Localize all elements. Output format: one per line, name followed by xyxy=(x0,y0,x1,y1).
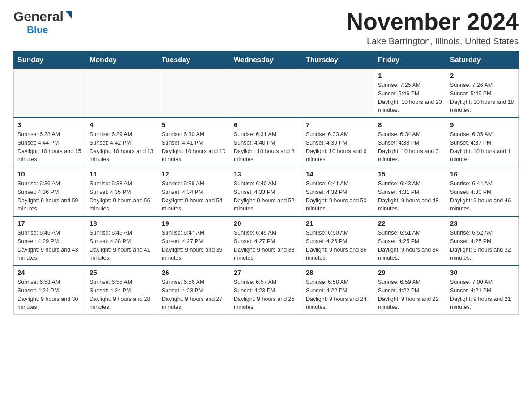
day-info: Sunrise: 6:28 AMSunset: 4:44 PMDaylight:… xyxy=(17,130,82,164)
day-number: 17 xyxy=(17,219,82,227)
calendar-cell-w2-d6: 8Sunrise: 6:34 AMSunset: 4:38 PMDaylight… xyxy=(374,118,446,167)
calendar-cell-w1-d6: 1Sunrise: 7:25 AMSunset: 5:46 PMDaylight… xyxy=(374,69,446,118)
day-number: 23 xyxy=(450,219,515,227)
day-number: 24 xyxy=(17,269,82,276)
calendar-cell-w5-d6: 29Sunrise: 6:59 AMSunset: 4:22 PMDayligh… xyxy=(374,265,446,315)
calendar-cell-w5-d5: 28Sunrise: 6:58 AMSunset: 4:22 PMDayligh… xyxy=(302,265,374,315)
calendar-cell-w1-d1 xyxy=(14,69,86,118)
day-info: Sunrise: 6:36 AMSunset: 4:36 PMDaylight:… xyxy=(17,180,82,213)
day-info: Sunrise: 6:55 AMSunset: 4:24 PMDaylight:… xyxy=(90,278,154,312)
calendar-cell-w5-d4: 27Sunrise: 6:57 AMSunset: 4:23 PMDayligh… xyxy=(230,265,302,315)
calendar-table: Sunday Monday Tuesday Wednesday Thursday… xyxy=(13,51,519,315)
calendar-cell-w3-d2: 11Sunrise: 6:38 AMSunset: 4:35 PMDayligh… xyxy=(86,167,158,216)
day-number: 29 xyxy=(378,269,442,276)
day-number: 6 xyxy=(234,121,298,128)
day-number: 12 xyxy=(162,170,226,178)
header-friday: Friday xyxy=(374,51,446,69)
calendar-cell-w2-d1: 3Sunrise: 6:28 AMSunset: 4:44 PMDaylight… xyxy=(14,118,86,167)
calendar-cell-w5-d7: 30Sunrise: 7:00 AMSunset: 4:21 PMDayligh… xyxy=(446,265,519,315)
day-number: 28 xyxy=(306,269,370,276)
calendar-cell-w3-d7: 16Sunrise: 6:44 AMSunset: 4:30 PMDayligh… xyxy=(446,167,519,216)
day-info: Sunrise: 6:50 AMSunset: 4:26 PMDaylight:… xyxy=(306,229,370,262)
calendar-cell-w4-d4: 20Sunrise: 6:49 AMSunset: 4:27 PMDayligh… xyxy=(230,216,302,265)
calendar-cell-w4-d6: 22Sunrise: 6:51 AMSunset: 4:25 PMDayligh… xyxy=(374,216,446,265)
header-saturday: Saturday xyxy=(446,51,519,69)
day-info: Sunrise: 7:00 AMSunset: 4:21 PMDaylight:… xyxy=(450,278,515,312)
day-number: 3 xyxy=(17,121,82,128)
day-info: Sunrise: 6:56 AMSunset: 4:23 PMDaylight:… xyxy=(162,278,226,312)
logo-arrow-icon xyxy=(65,11,72,19)
day-info: Sunrise: 6:30 AMSunset: 4:41 PMDaylight:… xyxy=(162,130,226,164)
calendar-cell-w3-d5: 14Sunrise: 6:41 AMSunset: 4:32 PMDayligh… xyxy=(302,167,374,216)
logo: General Blue xyxy=(13,9,72,36)
day-info: Sunrise: 7:26 AMSunset: 5:45 PMDaylight:… xyxy=(450,81,515,115)
day-number: 16 xyxy=(450,170,515,178)
logo-blue-text: Blue xyxy=(27,24,48,36)
day-info: Sunrise: 6:31 AMSunset: 4:40 PMDaylight:… xyxy=(234,130,298,164)
calendar-location: Lake Barrington, Illinois, United States xyxy=(347,36,519,47)
calendar-title: November 2024 xyxy=(347,9,519,34)
calendar-week-3: 10Sunrise: 6:36 AMSunset: 4:36 PMDayligh… xyxy=(14,167,519,216)
day-number: 7 xyxy=(306,121,370,128)
calendar-cell-w2-d5: 7Sunrise: 6:33 AMSunset: 4:39 PMDaylight… xyxy=(302,118,374,167)
calendar-cell-w1-d5 xyxy=(302,69,374,118)
day-info: Sunrise: 6:45 AMSunset: 4:29 PMDaylight:… xyxy=(17,229,82,262)
calendar-cell-w3-d6: 15Sunrise: 6:43 AMSunset: 4:31 PMDayligh… xyxy=(374,167,446,216)
day-number: 18 xyxy=(90,219,154,227)
day-info: Sunrise: 6:40 AMSunset: 4:33 PMDaylight:… xyxy=(234,180,298,213)
day-number: 5 xyxy=(162,121,226,128)
day-number: 4 xyxy=(90,121,154,128)
day-info: Sunrise: 6:47 AMSunset: 4:27 PMDaylight:… xyxy=(162,229,226,262)
day-info: Sunrise: 6:43 AMSunset: 4:31 PMDaylight:… xyxy=(378,180,442,213)
day-info: Sunrise: 6:44 AMSunset: 4:30 PMDaylight:… xyxy=(450,180,515,213)
calendar-cell-w2-d7: 9Sunrise: 6:35 AMSunset: 4:37 PMDaylight… xyxy=(446,118,519,167)
calendar-cell-w5-d2: 25Sunrise: 6:55 AMSunset: 4:24 PMDayligh… xyxy=(86,265,158,315)
day-number: 22 xyxy=(378,219,442,227)
day-number: 11 xyxy=(90,170,154,178)
calendar-cell-w1-d7: 2Sunrise: 7:26 AMSunset: 5:45 PMDaylight… xyxy=(446,69,519,118)
calendar-cell-w2-d4: 6Sunrise: 6:31 AMSunset: 4:40 PMDaylight… xyxy=(230,118,302,167)
calendar-cell-w1-d2 xyxy=(86,69,158,118)
day-info: Sunrise: 6:53 AMSunset: 4:24 PMDaylight:… xyxy=(17,278,82,312)
calendar-cell-w2-d3: 5Sunrise: 6:30 AMSunset: 4:41 PMDaylight… xyxy=(158,118,230,167)
day-info: Sunrise: 6:49 AMSunset: 4:27 PMDaylight:… xyxy=(234,229,298,262)
day-number: 30 xyxy=(450,269,515,276)
day-number: 26 xyxy=(162,269,226,276)
day-number: 1 xyxy=(378,72,442,79)
calendar-cell-w5-d1: 24Sunrise: 6:53 AMSunset: 4:24 PMDayligh… xyxy=(14,265,86,315)
header-wednesday: Wednesday xyxy=(230,51,302,69)
day-info: Sunrise: 6:34 AMSunset: 4:38 PMDaylight:… xyxy=(378,130,442,164)
day-info: Sunrise: 6:59 AMSunset: 4:22 PMDaylight:… xyxy=(378,278,442,312)
day-info: Sunrise: 6:35 AMSunset: 4:37 PMDaylight:… xyxy=(450,130,515,164)
day-number: 9 xyxy=(450,121,515,128)
calendar-cell-w3-d3: 12Sunrise: 6:39 AMSunset: 4:34 PMDayligh… xyxy=(158,167,230,216)
calendar-cell-w1-d3 xyxy=(158,69,230,118)
day-info: Sunrise: 6:38 AMSunset: 4:35 PMDaylight:… xyxy=(90,180,154,213)
day-number: 25 xyxy=(90,269,154,276)
calendar-week-2: 3Sunrise: 6:28 AMSunset: 4:44 PMDaylight… xyxy=(14,118,519,167)
calendar-week-4: 17Sunrise: 6:45 AMSunset: 4:29 PMDayligh… xyxy=(14,216,519,265)
day-info: Sunrise: 6:52 AMSunset: 4:25 PMDaylight:… xyxy=(450,229,515,262)
header-sunday: Sunday xyxy=(14,51,86,69)
logo-general-text: General xyxy=(13,9,64,24)
calendar-cell-w1-d4 xyxy=(230,69,302,118)
day-info: Sunrise: 6:33 AMSunset: 4:39 PMDaylight:… xyxy=(306,130,370,164)
calendar-cell-w3-d1: 10Sunrise: 6:36 AMSunset: 4:36 PMDayligh… xyxy=(14,167,86,216)
day-number: 10 xyxy=(17,170,82,178)
calendar-week-1: 1Sunrise: 7:25 AMSunset: 5:46 PMDaylight… xyxy=(14,69,519,118)
day-number: 19 xyxy=(162,219,226,227)
day-number: 14 xyxy=(306,170,370,178)
calendar-cell-w4-d5: 21Sunrise: 6:50 AMSunset: 4:26 PMDayligh… xyxy=(302,216,374,265)
day-number: 2 xyxy=(450,72,515,79)
page-header: General Blue November 2024 Lake Barringt… xyxy=(13,9,519,47)
day-number: 21 xyxy=(306,219,370,227)
day-number: 13 xyxy=(234,170,298,178)
calendar-week-5: 24Sunrise: 6:53 AMSunset: 4:24 PMDayligh… xyxy=(14,265,519,315)
day-info: Sunrise: 6:58 AMSunset: 4:22 PMDaylight:… xyxy=(306,278,370,312)
day-info: Sunrise: 6:51 AMSunset: 4:25 PMDaylight:… xyxy=(378,229,442,262)
day-number: 8 xyxy=(378,121,442,128)
calendar-cell-w5-d3: 26Sunrise: 6:56 AMSunset: 4:23 PMDayligh… xyxy=(158,265,230,315)
day-info: Sunrise: 7:25 AMSunset: 5:46 PMDaylight:… xyxy=(378,81,442,115)
calendar-cell-w4-d2: 18Sunrise: 6:46 AMSunset: 4:28 PMDayligh… xyxy=(86,216,158,265)
day-info: Sunrise: 6:46 AMSunset: 4:28 PMDaylight:… xyxy=(90,229,154,262)
